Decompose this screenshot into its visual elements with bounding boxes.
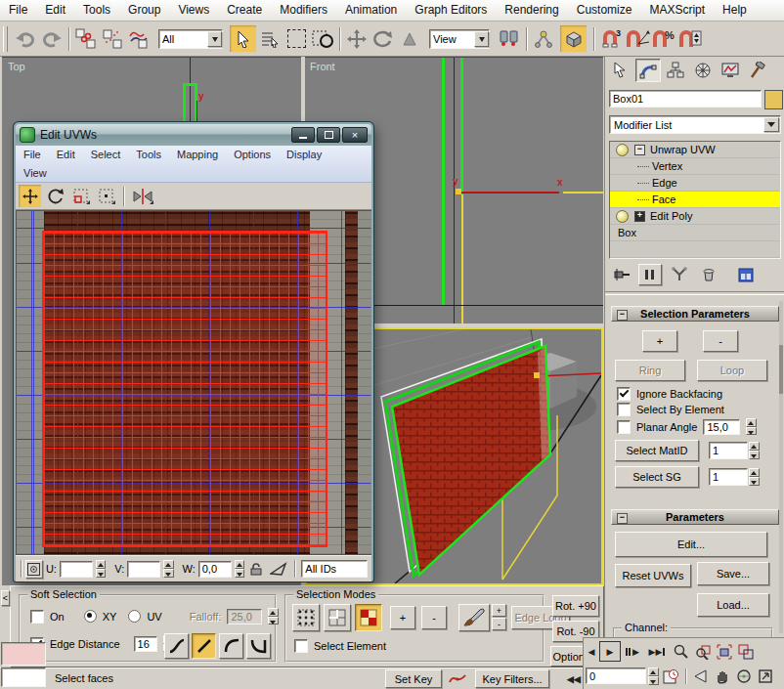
angle-snap-toggle-icon[interactable] <box>625 26 650 52</box>
select-and-link-icon[interactable] <box>73 26 99 52</box>
percent-snap-toggle-icon[interactable]: % <box>651 26 676 52</box>
uv-radio[interactable] <box>128 610 141 623</box>
select-and-rotate-icon[interactable] <box>370 26 396 52</box>
tab-create[interactable] <box>608 59 633 82</box>
uvw-canvas[interactable] <box>16 210 371 555</box>
load-button[interactable]: Load... <box>697 593 769 617</box>
toolbar-grip[interactable] <box>3 26 8 52</box>
stack-item-vertex[interactable]: Vertex <box>610 158 780 175</box>
edge-distance-field[interactable]: 16 <box>134 636 157 652</box>
tab-display[interactable] <box>718 59 743 82</box>
window-crossing-toggle-icon[interactable] <box>310 26 335 52</box>
uvw-menu-options[interactable]: Options <box>226 146 279 164</box>
absolute-offset-toggle-icon[interactable] <box>25 560 43 579</box>
current-frame-field[interactable]: 0 <box>586 667 646 684</box>
stack-item-face-selected[interactable]: Face <box>610 192 780 208</box>
bind-to-space-warp-icon[interactable] <box>126 26 152 52</box>
unlink-selection-icon[interactable] <box>100 26 125 52</box>
select-sg-button[interactable]: Select SG <box>615 466 699 488</box>
select-and-move-icon[interactable] <box>344 26 370 52</box>
expand-icon[interactable]: + <box>634 211 645 222</box>
shrink-selection-button[interactable]: - <box>703 330 738 352</box>
panel-scroll-left-button[interactable]: < <box>1 590 10 606</box>
uvw-menu-file[interactable]: File <box>16 146 49 164</box>
collapse-icon[interactable]: − <box>617 513 628 524</box>
w-field[interactable]: 0,0 <box>198 561 232 578</box>
matid-field[interactable]: 1 <box>709 442 748 459</box>
zoom-extents-icon[interactable] <box>715 642 734 661</box>
shrink-uv-selection-button[interactable]: - <box>421 606 447 629</box>
use-pivot-point-center-icon[interactable] <box>497 26 522 52</box>
uvw-menu-display[interactable]: Display <box>279 146 329 164</box>
falloff-linear-curve-button[interactable] <box>192 633 216 659</box>
spinner-snap-toggle-icon[interactable] <box>677 26 703 52</box>
hide-selected-icon[interactable] <box>269 559 289 579</box>
sg-field[interactable]: 1 <box>709 468 748 486</box>
w-spinner[interactable] <box>235 560 244 578</box>
edit-uvws-button[interactable]: Edit... <box>615 532 767 557</box>
ring-button[interactable]: Ring <box>615 360 685 381</box>
collapse-icon[interactable]: − <box>617 310 628 321</box>
uvw-menu-edit[interactable]: Edit <box>49 146 83 164</box>
falloff-spinner[interactable] <box>268 608 279 624</box>
set-key-button[interactable]: Set Key <box>385 669 442 688</box>
matid-spinner[interactable] <box>749 442 760 459</box>
frame-spinner[interactable] <box>648 667 659 685</box>
bulb-icon[interactable] <box>616 144 629 156</box>
u-field[interactable] <box>60 561 93 578</box>
maximize-viewport-toggle-icon[interactable] <box>756 667 775 685</box>
edit-uvws-window[interactable]: Edit UVWs × File Edit Select Tools Ma <box>14 122 373 581</box>
close-button[interactable]: × <box>342 127 368 143</box>
chevron-down-icon[interactable] <box>207 31 222 47</box>
planar-angle-spinner[interactable] <box>746 418 757 435</box>
chevron-down-icon[interactable] <box>763 117 779 132</box>
material-id-filter-dropdown[interactable]: All IDs <box>301 560 368 578</box>
selection-filter-dropdown[interactable]: All <box>158 29 223 49</box>
show-end-result-icon[interactable] <box>638 264 662 285</box>
zoom-all-icon[interactable] <box>693 642 713 661</box>
loop-button[interactable]: Loop <box>697 360 767 381</box>
menu-group[interactable]: Group <box>119 0 169 21</box>
tab-utilities[interactable] <box>745 59 770 82</box>
object-color-swatch[interactable] <box>764 90 783 109</box>
planar-angle-field[interactable]: 15,0 <box>703 419 740 435</box>
select-and-manipulate-icon[interactable] <box>531 26 556 52</box>
uvw-menu-select[interactable]: Select <box>83 146 129 164</box>
menu-create[interactable]: Create <box>218 0 271 21</box>
grow-uv-selection-button[interactable]: + <box>390 606 415 629</box>
undo-icon[interactable] <box>13 26 38 52</box>
menu-help[interactable]: Help <box>714 0 756 21</box>
ignore-backfacing-checkbox[interactable] <box>617 387 631 401</box>
select-by-name-icon[interactable] <box>257 26 283 52</box>
menu-maxscript[interactable]: MAXScript <box>640 0 714 21</box>
collapse-icon[interactable]: − <box>634 145 645 155</box>
make-unique-icon[interactable] <box>668 264 691 285</box>
brick-wall[interactable] <box>392 346 550 575</box>
panel-scrollbar[interactable] <box>779 301 783 633</box>
face-mode-button[interactable] <box>355 604 382 631</box>
falloff-field[interactable]: 25,0 <box>227 609 262 624</box>
edge-mode-button[interactable] <box>324 604 351 631</box>
zoom-icon[interactable] <box>672 642 691 661</box>
reference-coordsys-dropdown[interactable]: View <box>429 29 490 49</box>
stack-item-unwrap-uvw[interactable]: − Unwrap UVW <box>610 142 780 158</box>
field-of-view-icon[interactable] <box>691 667 711 685</box>
rollout-parameters[interactable]: − Parameters <box>611 509 779 525</box>
snap-toggle-3d-icon[interactable]: 3 <box>598 26 624 52</box>
v-field[interactable] <box>127 561 160 578</box>
paint-shrink-button[interactable]: - <box>492 618 506 630</box>
scrollbar-thumb[interactable] <box>779 345 783 394</box>
maximize-button[interactable] <box>317 127 340 143</box>
configure-modifier-sets-icon[interactable] <box>734 264 758 285</box>
object-name-field[interactable]: Box01 <box>609 90 762 108</box>
rotate-plus-90-button[interactable]: Rot. +90 <box>552 595 599 617</box>
selected-uv-faces-grid[interactable] <box>42 231 327 547</box>
uvw-scale-icon[interactable] <box>69 185 92 207</box>
menu-animation[interactable]: Animation <box>336 0 406 21</box>
v-spinner[interactable] <box>163 560 173 578</box>
uvw-mirror-icon[interactable] <box>130 185 155 207</box>
select-object-button[interactable] <box>230 25 256 52</box>
tab-motion[interactable] <box>690 59 716 82</box>
planar-angle-checkbox[interactable] <box>617 420 631 434</box>
select-by-element-checkbox[interactable] <box>617 403 631 416</box>
